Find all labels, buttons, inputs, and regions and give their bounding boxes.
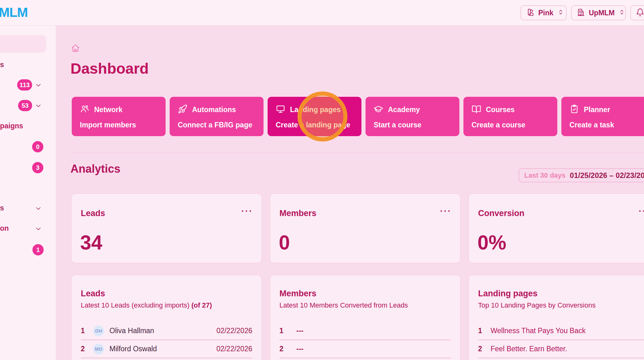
monitor-icon (276, 104, 285, 115)
conversion-stat-card: Conversion ··· 0% (468, 193, 644, 263)
sidebar-badge[interactable]: 3 (32, 162, 43, 173)
page-title: Dashboard (70, 60, 149, 77)
lead-row[interactable]: 2 MO Milford Oswald 02/22/2026 (81, 340, 252, 358)
landing-page-name: Feel Better. Earn Better. (491, 345, 567, 353)
date-preset-label: Last 30 days (524, 171, 565, 180)
action-subtitle: Start a course (374, 121, 421, 129)
action-title: Network (94, 106, 123, 114)
stat-cards: Leads ··· 34 Members ··· 0 Conversion ··… (71, 193, 644, 263)
workspace-select[interactable]: UpMLM (571, 5, 626, 20)
action-subtitle: Import members (80, 121, 136, 129)
row-number: 1 (279, 327, 292, 335)
row-number: 2 (81, 345, 93, 353)
sidebar-badge[interactable]: 0 (32, 141, 43, 152)
members-stat-card: Members ··· 0 (270, 193, 461, 263)
landing-page-row[interactable]: 1 Wellness That Pays You Back (478, 322, 644, 340)
date-range-value: 01/25/2026 – 02/23/2026 (570, 171, 644, 180)
avatar: MO (93, 344, 104, 354)
clipboard-check-icon (569, 104, 579, 115)
list-subtitle: Latest 10 Members Converted from Leads (279, 301, 408, 309)
list-title: Members (279, 289, 317, 298)
chevron-down-icon[interactable] (35, 225, 42, 233)
building-icon (577, 8, 585, 18)
sidebar-item-label[interactable]: s (0, 61, 4, 69)
open-book-icon (472, 104, 481, 115)
date-range-filter[interactable]: Last 30 days 01/25/2026 – 02/23/2026 (519, 168, 644, 182)
list-title: Landing pages (478, 289, 538, 298)
app-logo: MLM (0, 0, 28, 26)
network-card[interactable]: Network Import members (72, 97, 166, 136)
chevron-updown-icon (557, 9, 564, 17)
chevron-down-icon[interactable] (35, 205, 42, 212)
row-number: 2 (279, 345, 292, 353)
action-subtitle: Create a course (472, 121, 525, 129)
main-content: Dashboard Network Import members Automat… (56, 26, 644, 360)
stat-title: Conversion (478, 209, 525, 218)
people-icon (80, 104, 90, 115)
action-subtitle: Create a task (569, 121, 614, 129)
analytics-heading: Analytics (70, 162, 120, 175)
lead-name: Milford Oswald (109, 345, 157, 353)
lead-name: Oliva Hallman (109, 327, 154, 335)
lead-row[interactable]: 1 OH Oliva Hallman 02/22/2026 (81, 322, 252, 340)
list-subtitle: Top 10 Landing Pages by Conversions (478, 301, 596, 309)
sidebar-badge[interactable]: 1 (32, 244, 44, 255)
member-row[interactable]: 1 --- (279, 322, 451, 340)
app-window: MLM Pink UpMLM s (0, 0, 644, 360)
quick-actions: Network Import members Automations Conne… (72, 97, 644, 136)
theme-select-value: Pink (538, 9, 554, 17)
landing-page-row[interactable]: 2 Feel Better. Earn Better. (478, 340, 644, 358)
action-title: Planner (584, 106, 610, 114)
row-number: 1 (478, 327, 491, 335)
notifications-button[interactable] (630, 5, 644, 20)
ellipsis-menu-icon[interactable]: ··· (241, 206, 253, 216)
landing-pages-list-card: Landing pages Top 10 Landing Pages by Co… (468, 275, 644, 360)
stat-value: 0% (477, 231, 506, 254)
planner-card[interactable]: Planner Create a task (561, 97, 644, 136)
action-title: Academy (388, 106, 420, 114)
ellipsis-menu-icon[interactable]: ··· (639, 206, 644, 216)
sidebar-badge[interactable]: 113 (17, 79, 32, 91)
automations-card[interactable]: Automations Connect a FB/IG page (170, 97, 264, 136)
action-title: Landing pages (290, 106, 341, 114)
member-placeholder: --- (296, 345, 303, 353)
courses-card[interactable]: Courses Create a course (463, 97, 557, 136)
bell-icon (636, 8, 644, 18)
chevron-down-icon[interactable] (35, 81, 42, 89)
row-number: 2 (478, 345, 491, 353)
avatar: OH (93, 326, 104, 336)
sidebar-item-label[interactable]: paigns (0, 122, 23, 130)
stat-value: 34 (80, 231, 102, 254)
swatch-icon (526, 8, 535, 18)
leads-stat-card: Leads ··· 34 (71, 193, 262, 263)
sidebar-item-label[interactable]: on (0, 224, 9, 233)
topbar: MLM Pink UpMLM (0, 0, 644, 26)
lead-date: 02/22/2026 (216, 327, 252, 335)
theme-select[interactable]: Pink (521, 5, 567, 20)
academy-card[interactable]: Academy Start a course (366, 97, 459, 136)
workspace-select-value: UpMLM (589, 9, 615, 17)
sidebar-item-label[interactable]: s (0, 204, 4, 212)
home-breadcrumb-icon[interactable] (71, 44, 80, 52)
list-subtitle: Latest 10 Leads (excluding imports) (of … (81, 301, 212, 309)
section-divider (71, 153, 644, 153)
stat-title: Leads (81, 209, 105, 218)
lead-date: 02/22/2026 (216, 345, 252, 353)
ellipsis-menu-icon[interactable]: ··· (440, 206, 452, 216)
stat-title: Members (279, 209, 317, 218)
graduation-cap-icon (374, 104, 383, 115)
sidebar-badge[interactable]: 53 (18, 100, 32, 111)
list-cards: Leads Latest 10 Leads (excluding imports… (71, 275, 644, 360)
list-title: Leads (81, 289, 105, 298)
rocket-icon (178, 104, 187, 115)
sidebar: s 113 53 paigns 0 3 s on 1 (0, 26, 56, 360)
action-subtitle: Connect a FB/IG page (178, 121, 252, 129)
sidebar-item-active[interactable] (0, 35, 46, 53)
member-row[interactable]: 2 --- (279, 340, 451, 358)
stat-value: 0 (279, 231, 290, 254)
chevron-updown-icon (618, 9, 625, 17)
row-number: 1 (81, 327, 93, 335)
members-list-card: Members Latest 10 Members Converted from… (270, 275, 461, 360)
landing-pages-card[interactable]: Landing pages Create a landing page (268, 97, 361, 136)
chevron-down-icon[interactable] (35, 102, 42, 110)
